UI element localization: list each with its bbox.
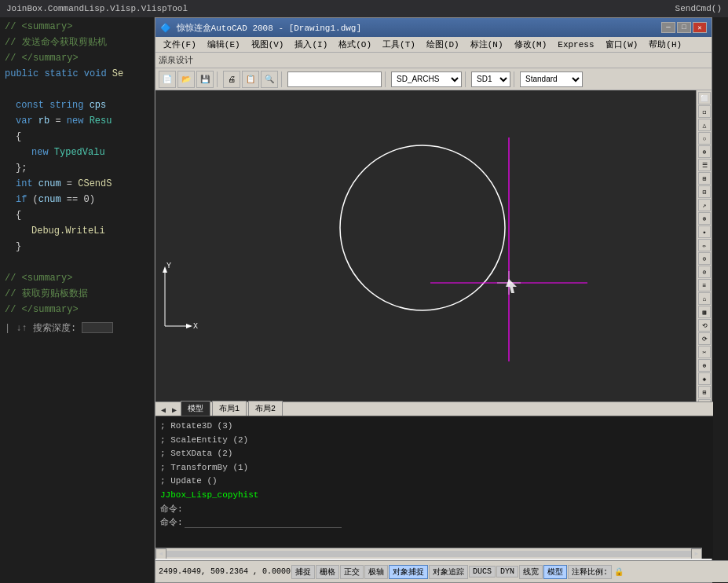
rtool-btn3[interactable]: △ (698, 119, 711, 131)
menu-modify[interactable]: 修改(M) (510, 37, 552, 52)
menu-insert[interactable]: 插入(I) (290, 37, 332, 52)
statusbar-ducs[interactable]: DUCS (469, 566, 496, 578)
menu-tools[interactable]: 工具(T) (378, 37, 420, 52)
statusbar-grid[interactable]: 栅格 (316, 565, 339, 579)
code-line: // <summary> (0, 270, 154, 286)
command-input-field[interactable] (185, 518, 342, 528)
statusbar-polar[interactable]: 极轴 (364, 565, 388, 579)
menu-annotate[interactable]: 标注(N) (466, 37, 508, 52)
menu-edit[interactable]: 编辑(E) (203, 37, 245, 52)
svg-rect-0 (155, 90, 696, 416)
rtool-btn15[interactable]: ≡ (698, 279, 711, 292)
rtool-btn16[interactable]: ⌂ (698, 292, 711, 305)
autocad-title-left: 🔷 惊惊连盒AutoCAD 2008 - [Drawing1.dwg] (160, 22, 361, 34)
sendcmd-label: SendCmd() (675, 4, 722, 13)
toolbar-preview[interactable]: 🔍 (261, 71, 278, 88)
rtool-btn22[interactable]: ◈ (698, 372, 711, 385)
toolbar-print[interactable]: 🖨 (223, 71, 240, 88)
cmd-line4: ; TransformBy (1) (160, 461, 708, 475)
tab-prev-btn[interactable]: ◀ (159, 405, 168, 416)
cmd-line6: JJbox_Lisp_copyhist (160, 489, 708, 503)
statusbar-coords: 2499.4049, 509.2364 , 0.0000 (159, 567, 291, 576)
rtool-btn9[interactable]: ↗ (698, 199, 711, 211)
menu-help[interactable]: 帮助(H) (644, 37, 686, 52)
statusbar-lw[interactable]: 线宽 (519, 565, 543, 579)
statusbar-model[interactable]: 模型 (543, 565, 567, 579)
code-editor: JoinBox.CommandLisp.Vlisp.VlispTool // <… (0, 0, 155, 583)
rtool-btn23[interactable]: ⊞ (698, 386, 711, 398)
autocad-command-area: ; Rotate3D (3) ; ScaleEntity (2) ; SetXD… (155, 416, 713, 559)
search-depth-input[interactable] (82, 322, 113, 333)
toolbar-print2[interactable]: 📋 (242, 71, 259, 88)
rtool-btn1[interactable]: ⬜ (698, 92, 711, 104)
rtool-btn14[interactable]: ⊘ (698, 266, 711, 278)
menu-file[interactable]: 文件(F) (159, 37, 201, 52)
minimize-button[interactable]: ─ (661, 22, 675, 33)
rtool-btn13[interactable]: ⊙ (698, 252, 711, 265)
toolbar-save[interactable]: 💾 (196, 71, 214, 88)
rtool-btn4[interactable]: ○ (698, 132, 711, 145)
tab-layout2[interactable]: 布局2 (248, 401, 283, 416)
hscroll-track[interactable] (166, 551, 691, 557)
rtool-btn7[interactable]: ⊞ (698, 172, 711, 185)
svg-text:Y: Y (166, 262, 171, 270)
tab-layout1[interactable]: 布局1 (212, 401, 247, 416)
rtool-btn6[interactable]: ☰ (698, 159, 711, 171)
rtool-btn10[interactable]: ⊗ (698, 212, 711, 225)
statusbar-dyn[interactable]: DYN (496, 566, 518, 578)
code-line (0, 255, 154, 270)
autocad-statusbar: 2499.4049, 509.2364 , 0.0000 捕捉 栅格 正交 极轴… (155, 560, 728, 582)
autocad-tabs: ◀ ▶ 模型 布局1 布局2 (155, 402, 713, 416)
code-line: int cnum = CSendS (0, 176, 154, 192)
statusbar-scale[interactable]: 注释比例: (568, 565, 612, 579)
code-line: const string cps (0, 97, 154, 113)
drawing-area[interactable]: Y X (155, 90, 696, 416)
command-input[interactable] (287, 72, 382, 87)
style-dropdown[interactable]: SD_ARCHS (391, 72, 462, 87)
rtool-btn12[interactable]: ✏ (698, 239, 711, 251)
rtool-btn20[interactable]: ✂ (698, 346, 711, 358)
statusbar-lock-icon: 🔒 (614, 567, 624, 577)
statusbar-otrack[interactable]: 对象追踪 (429, 565, 468, 579)
rtool-btn8[interactable]: ⊟ (698, 185, 711, 198)
maximize-button[interactable]: □ (677, 22, 691, 33)
statusbar-osnap[interactable]: 对象捕捉 (389, 565, 428, 579)
command-hscrollbar[interactable]: ◀ ▶ (155, 548, 702, 559)
toolbar-new[interactable]: 📄 (159, 71, 176, 88)
code-line: // </summary> (0, 302, 154, 317)
toolbar-open[interactable]: 📂 (177, 71, 195, 88)
code-line: // <summary> (0, 19, 154, 35)
rtool-btn19[interactable]: ⟳ (698, 332, 711, 345)
rtool-btn5[interactable]: ⊕ (698, 145, 711, 158)
close-button[interactable]: ✕ (693, 22, 707, 33)
style2-dropdown[interactable]: SD1 (471, 72, 510, 87)
rtool-btn2[interactable]: ◻ (698, 105, 711, 118)
code-line: { (0, 129, 154, 145)
tab-next-btn[interactable]: ▶ (170, 405, 179, 416)
hscroll-left-btn[interactable]: ◀ (155, 548, 166, 559)
subtoolbar: 源泉设计 (155, 53, 712, 68)
rtool-btn21[interactable]: ⊕ (698, 359, 711, 372)
autocad-window-controls[interactable]: ─ □ ✕ (661, 22, 707, 33)
statusbar-snap[interactable]: 捕捉 (291, 565, 315, 579)
style3-dropdown[interactable]: Standard (520, 72, 583, 87)
vs-title-right: SendCmd() (675, 4, 722, 13)
toolbar-sep3 (385, 72, 388, 87)
menu-draw[interactable]: 绘图(D) (422, 37, 464, 52)
tab-model[interactable]: 模型 (181, 401, 210, 416)
cmd-line2: ; ScaleEntity (2) (160, 434, 708, 448)
statusbar-ortho[interactable]: 正交 (340, 565, 364, 579)
code-line: } (0, 239, 154, 255)
hscroll-right-btn[interactable]: ▶ (691, 548, 702, 559)
drawing-svg: Y X (155, 90, 696, 416)
rtool-btn11[interactable]: ✦ (698, 226, 711, 238)
rtool-btn17[interactable]: ▦ (698, 306, 711, 318)
menu-window[interactable]: 窗口(W) (601, 37, 643, 52)
menu-format[interactable]: 格式(O) (334, 37, 376, 52)
rtool-btn18[interactable]: ⟲ (698, 319, 711, 332)
menu-view[interactable]: 视图(V) (247, 37, 289, 52)
code-line: }; (0, 160, 154, 176)
code-line: var rb = new Resu (0, 113, 154, 129)
menu-express[interactable]: Express (553, 38, 598, 51)
code-line: if (cnum == 0) (0, 192, 154, 207)
